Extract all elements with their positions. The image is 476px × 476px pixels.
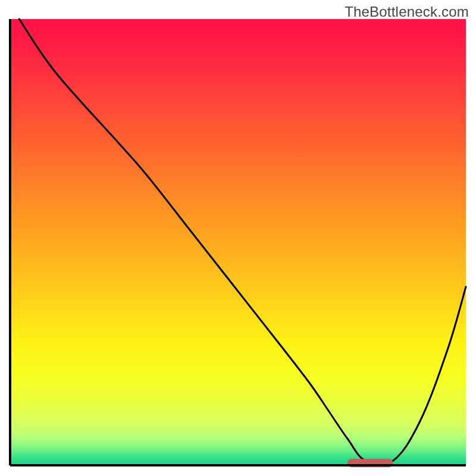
chart-background [10, 19, 466, 465]
bottleneck-chart [0, 0, 476, 476]
watermark-text: TheBottleneck.com [345, 4, 469, 20]
chart-container: TheBottleneck.com [0, 0, 476, 476]
